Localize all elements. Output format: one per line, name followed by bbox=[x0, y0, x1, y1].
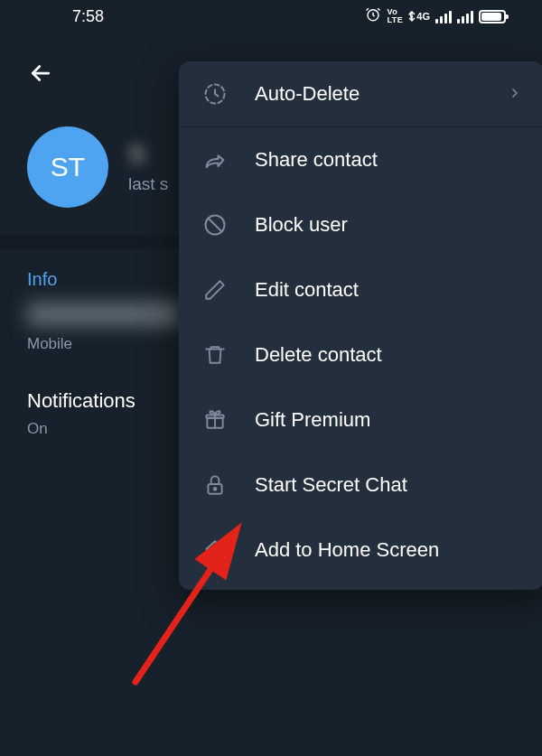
add-home-icon bbox=[201, 536, 229, 565]
share-icon bbox=[201, 145, 229, 174]
volte-indicator: Vo LTE bbox=[387, 8, 403, 24]
status-time: 7:58 bbox=[72, 7, 104, 26]
block-icon bbox=[201, 210, 229, 239]
signal-icon bbox=[435, 9, 452, 23]
menu-label: Add to Home Screen bbox=[255, 538, 522, 562]
menu-label: Auto-Delete bbox=[255, 82, 482, 106]
context-menu: Auto-Delete Share contact Block user Edi… bbox=[179, 61, 542, 590]
avatar-initials: ST bbox=[51, 152, 85, 182]
menu-edit-contact[interactable]: Edit contact bbox=[179, 257, 542, 322]
trash-icon bbox=[201, 341, 229, 369]
pencil-icon bbox=[201, 275, 229, 304]
menu-label: Edit contact bbox=[255, 278, 522, 302]
alarm-icon bbox=[365, 6, 381, 27]
menu-label: Delete contact bbox=[255, 343, 522, 367]
menu-label: Share contact bbox=[255, 148, 522, 172]
svg-point-6 bbox=[214, 488, 217, 490]
lock-icon bbox=[201, 471, 229, 499]
menu-label: Gift Premium bbox=[255, 408, 522, 432]
menu-label: Block user bbox=[255, 213, 522, 237]
phone-number[interactable] bbox=[27, 303, 181, 326]
menu-gift-premium[interactable]: Gift Premium bbox=[179, 387, 542, 453]
battery-icon bbox=[479, 10, 506, 23]
profile-status: last s bbox=[128, 174, 168, 194]
status-indicators: Vo LTE 4G bbox=[365, 6, 506, 27]
menu-delete-contact[interactable]: Delete contact bbox=[179, 322, 542, 387]
gift-icon bbox=[201, 406, 229, 434]
avatar[interactable]: ST bbox=[27, 126, 108, 208]
menu-label: Start Secret Chat bbox=[255, 473, 522, 497]
menu-add-to-home[interactable]: Add to Home Screen bbox=[179, 518, 542, 583]
profile-text: S last s bbox=[128, 140, 168, 194]
back-button[interactable] bbox=[27, 60, 54, 90]
profile-name: S bbox=[128, 140, 168, 169]
network-4g-indicator: 4G bbox=[408, 10, 430, 23]
status-bar: 7:58 Vo LTE 4G bbox=[0, 0, 542, 33]
menu-block-user[interactable]: Block user bbox=[179, 192, 542, 257]
menu-auto-delete[interactable]: Auto-Delete bbox=[179, 61, 542, 126]
timer-icon bbox=[201, 79, 229, 108]
menu-share-contact[interactable]: Share contact bbox=[179, 127, 542, 192]
menu-start-secret-chat[interactable]: Start Secret Chat bbox=[179, 453, 542, 518]
chevron-right-icon bbox=[508, 82, 522, 106]
signal-icon-2 bbox=[457, 9, 473, 23]
